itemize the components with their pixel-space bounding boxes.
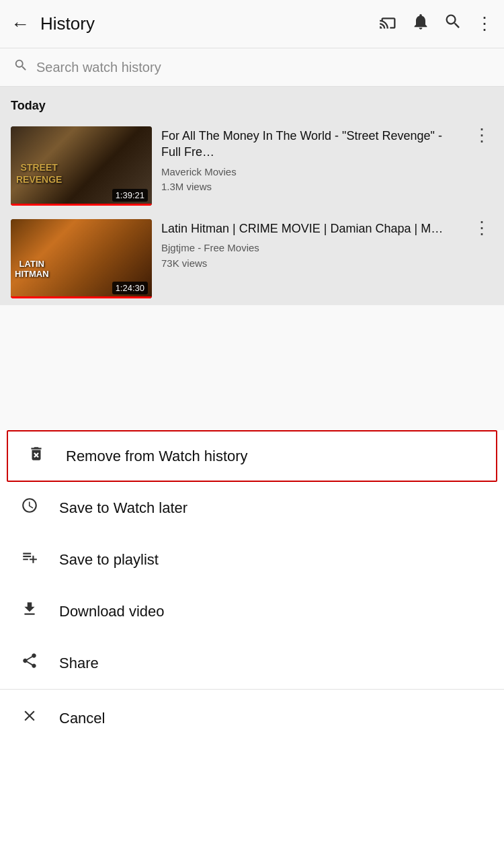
share-icon <box>19 652 40 674</box>
bottom-sheet: Remove from Watch history Save to Watch … <box>0 430 504 863</box>
video-info-2: Latin Hitman | CRIME MOVIE | Damian Chap… <box>161 219 461 271</box>
duration-badge-2: 1:24:30 <box>112 282 148 294</box>
notifications-icon[interactable] <box>411 12 430 36</box>
video-channel-2: Bjgtjme - Free Movies <box>161 241 461 256</box>
cast-icon[interactable] <box>379 12 398 36</box>
video-title-2: Latin Hitman | CRIME MOVIE | Damian Chap… <box>161 220 461 237</box>
menu-download-label: Download video <box>59 603 165 620</box>
search-bar-icon <box>13 58 28 77</box>
search-icon[interactable] <box>444 12 462 36</box>
menu-share-label: Share <box>59 655 99 672</box>
thumbnail-1: 1:39:21 <box>11 126 152 206</box>
video-more-button-2[interactable]: ⋮ <box>470 219 493 237</box>
content-area: Today 1:39:21 For All The Money In The W… <box>0 87 504 305</box>
app-header: ← History ⋮ <box>0 0 504 48</box>
header-actions: ⋮ <box>379 12 493 36</box>
cancel-icon <box>19 707 40 729</box>
more-options-icon[interactable]: ⋮ <box>476 13 493 34</box>
video-views-1: 1.3M views <box>161 179 461 195</box>
video-info-1: For All The Money In The World - "Street… <box>161 126 461 195</box>
menu-save-later-label: Save to Watch later <box>59 499 187 517</box>
video-title-1: For All The Money In The World - "Street… <box>161 128 461 161</box>
menu-remove-label: Remove from Watch history <box>66 448 248 465</box>
search-bar[interactable]: Search watch history <box>0 48 504 87</box>
section-today: Today <box>0 87 504 120</box>
cancel-label: Cancel <box>59 710 105 727</box>
trash-icon <box>26 445 47 467</box>
video-item-2[interactable]: 1:24:30 Latin Hitman | CRIME MOVIE | Dam… <box>0 212 504 305</box>
back-button[interactable]: ← <box>11 13 30 35</box>
duration-badge-1: 1:39:21 <box>112 189 148 202</box>
video-views-2: 73K views <box>161 256 461 272</box>
thumbnail-2: 1:24:30 <box>11 219 152 298</box>
menu-remove-history[interactable]: Remove from Watch history <box>7 430 497 482</box>
video-more-button-1[interactable]: ⋮ <box>470 126 493 144</box>
menu-download[interactable]: Download video <box>0 585 504 637</box>
clock-icon <box>19 497 40 519</box>
video-channel-1: Maverick Movies <box>161 165 461 180</box>
download-icon <box>19 600 40 622</box>
menu-cancel[interactable]: Cancel <box>0 690 504 747</box>
page-title: History <box>40 13 379 34</box>
menu-share[interactable]: Share <box>0 637 504 689</box>
search-placeholder: Search watch history <box>36 60 161 75</box>
menu-save-later[interactable]: Save to Watch later <box>0 482 504 534</box>
playlist-add-icon <box>19 548 40 571</box>
video-item-1[interactable]: 1:39:21 For All The Money In The World -… <box>0 120 504 212</box>
watermark: www.deuaq.com <box>439 852 499 862</box>
menu-save-playlist[interactable]: Save to playlist <box>0 534 504 585</box>
menu-save-playlist-label: Save to playlist <box>59 551 159 569</box>
